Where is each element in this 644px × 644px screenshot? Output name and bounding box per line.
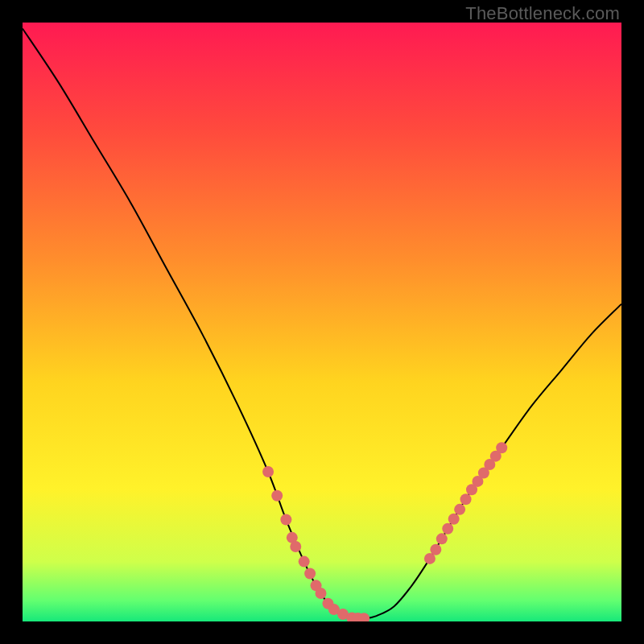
chart-svg [23,23,621,621]
highlight-marker [442,523,453,535]
highlight-marker [262,466,274,477]
chart-frame: TheBottleneck.com [0,0,644,644]
highlight-marker [304,568,316,579]
highlight-marker [290,541,301,552]
highlight-marker [454,504,465,515]
highlight-marker [460,493,472,505]
highlight-marker [430,544,441,555]
highlight-marker [299,556,310,568]
highlight-marker [436,533,448,544]
highlight-marker [448,514,460,525]
highlight-marker [316,588,327,599]
highlight-marker [280,514,291,526]
highlight-marker [271,490,283,502]
highlight-marker [496,442,507,453]
gradient-backdrop [23,23,621,621]
watermark-text: TheBottleneck.com [465,3,620,24]
